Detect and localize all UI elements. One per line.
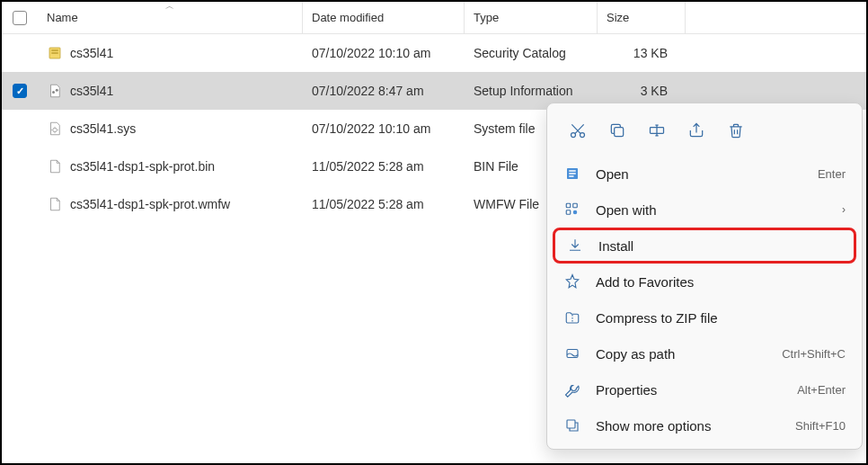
menu-label: Open with bbox=[596, 202, 828, 218]
menu-item-favorites[interactable]: Add to Favorites bbox=[553, 264, 856, 300]
menu-item-properties[interactable]: Properties Alt+Enter bbox=[553, 371, 856, 407]
row-checkbox[interactable]: ✓ bbox=[13, 84, 27, 98]
svg-rect-14 bbox=[566, 203, 571, 208]
trash-icon bbox=[727, 121, 745, 139]
menu-label: Install bbox=[598, 238, 843, 254]
file-date-cell: 07/10/2022 10:10 am bbox=[303, 46, 465, 60]
file-type-icon bbox=[47, 121, 63, 137]
file-size-cell: 13 KB bbox=[598, 46, 686, 60]
rename-icon bbox=[648, 121, 666, 139]
name-column-label: Name bbox=[47, 11, 78, 24]
size-column-label: Size bbox=[607, 11, 629, 24]
file-name-label: cs35l41 bbox=[70, 84, 113, 98]
menu-item-install[interactable]: Install bbox=[553, 228, 856, 264]
svg-rect-19 bbox=[567, 420, 575, 428]
menu-shortcut: Ctrl+Shift+C bbox=[782, 347, 846, 361]
menu-shortcut: Enter bbox=[818, 167, 846, 181]
file-date-cell: 07/10/2022 10:10 am bbox=[303, 121, 465, 136]
file-type-icon bbox=[47, 45, 63, 61]
svg-point-7 bbox=[580, 133, 585, 138]
svg-rect-16 bbox=[566, 210, 571, 215]
file-type-icon bbox=[47, 158, 63, 174]
menu-label: Open bbox=[596, 166, 803, 182]
type-column-header[interactable]: Type bbox=[465, 2, 598, 33]
svg-rect-1 bbox=[51, 49, 58, 51]
copy-button[interactable] bbox=[599, 114, 635, 147]
install-icon bbox=[566, 237, 584, 255]
delete-button[interactable] bbox=[718, 114, 754, 147]
open-with-icon bbox=[563, 201, 581, 219]
select-all-checkbox[interactable] bbox=[13, 11, 27, 25]
menu-item-compress[interactable]: Compress to ZIP file bbox=[553, 300, 856, 335]
column-header-row: ︿ Name Date modified Type Size bbox=[2, 2, 866, 34]
menu-item-open[interactable]: Open Enter bbox=[553, 156, 856, 192]
menu-label: Compress to ZIP file bbox=[596, 310, 846, 326]
menu-item-copy-path[interactable]: Copy as path Ctrl+Shift+C bbox=[553, 335, 856, 371]
file-name-cell[interactable]: cs35l41 bbox=[38, 83, 303, 99]
sort-ascending-icon: ︿ bbox=[165, 0, 174, 13]
file-size-cell: 3 KB bbox=[598, 84, 686, 98]
svg-rect-2 bbox=[51, 52, 58, 54]
cut-button[interactable] bbox=[560, 114, 596, 147]
file-name-cell[interactable]: cs35l41-dsp1-spk-prot.wmfw bbox=[38, 196, 303, 212]
file-type-cell: Security Catalog bbox=[465, 46, 598, 60]
zip-icon bbox=[563, 309, 581, 326]
date-column-label: Date modified bbox=[312, 11, 384, 24]
svg-point-6 bbox=[571, 133, 576, 138]
file-date-cell: 11/05/2022 5:28 am bbox=[303, 197, 465, 211]
menu-item-open-with[interactable]: Open with › bbox=[553, 192, 856, 228]
svg-rect-8 bbox=[615, 128, 624, 137]
file-name-label: cs35l41-dsp1-spk-prot.bin bbox=[70, 159, 215, 174]
star-icon bbox=[563, 273, 581, 291]
more-options-icon bbox=[563, 416, 581, 434]
file-name-cell[interactable]: cs35l41-dsp1-spk-prot.bin bbox=[38, 158, 303, 174]
open-icon bbox=[563, 165, 581, 183]
cut-icon bbox=[569, 121, 587, 139]
svg-rect-15 bbox=[573, 203, 578, 208]
file-date-cell: 11/05/2022 5:28 am bbox=[303, 159, 465, 174]
select-all-header[interactable] bbox=[2, 2, 38, 33]
copy-icon bbox=[608, 121, 626, 139]
file-row[interactable]: cs35l4107/10/2022 10:10 amSecurity Catal… bbox=[2, 34, 866, 72]
menu-label: Show more options bbox=[596, 418, 781, 434]
svg-rect-13 bbox=[569, 175, 573, 177]
file-name-cell[interactable]: cs35l41.sys bbox=[38, 121, 303, 137]
date-column-header[interactable]: Date modified bbox=[303, 2, 465, 33]
quick-action-bar bbox=[553, 109, 856, 156]
file-type-cell: Setup Information bbox=[465, 84, 598, 98]
svg-point-3 bbox=[52, 91, 55, 94]
file-type-icon bbox=[47, 83, 63, 99]
context-menu: Open Enter Open with › Install Add to Fa… bbox=[546, 103, 863, 450]
wrench-icon bbox=[563, 380, 581, 398]
menu-shortcut: Alt+Enter bbox=[797, 383, 846, 397]
copy-path-icon bbox=[563, 344, 581, 362]
size-column-header[interactable]: Size bbox=[598, 2, 686, 33]
file-name-cell[interactable]: cs35l41 bbox=[38, 45, 303, 61]
file-name-label: cs35l41-dsp1-spk-prot.wmfw bbox=[70, 197, 230, 211]
type-column-label: Type bbox=[474, 11, 499, 24]
menu-shortcut: Shift+F10 bbox=[795, 419, 846, 433]
file-date-cell: 07/10/2022 8:47 am bbox=[303, 84, 465, 98]
menu-label: Copy as path bbox=[596, 346, 767, 362]
menu-item-more-options[interactable]: Show more options Shift+F10 bbox=[553, 407, 856, 443]
svg-rect-12 bbox=[569, 173, 576, 174]
svg-point-4 bbox=[56, 89, 58, 92]
svg-rect-11 bbox=[569, 170, 576, 172]
row-checkbox-cell[interactable]: ✓ bbox=[2, 84, 38, 98]
svg-point-17 bbox=[573, 210, 578, 215]
share-button[interactable] bbox=[678, 114, 714, 147]
share-icon bbox=[687, 121, 705, 139]
file-name-label: cs35l41 bbox=[70, 46, 113, 60]
file-name-label: cs35l41.sys bbox=[70, 121, 136, 136]
name-column-header[interactable]: ︿ Name bbox=[38, 2, 303, 33]
chevron-right-icon: › bbox=[842, 203, 846, 216]
menu-label: Add to Favorites bbox=[596, 274, 846, 290]
menu-label: Properties bbox=[596, 382, 783, 398]
file-type-icon bbox=[47, 196, 63, 212]
rename-button[interactable] bbox=[639, 114, 675, 147]
